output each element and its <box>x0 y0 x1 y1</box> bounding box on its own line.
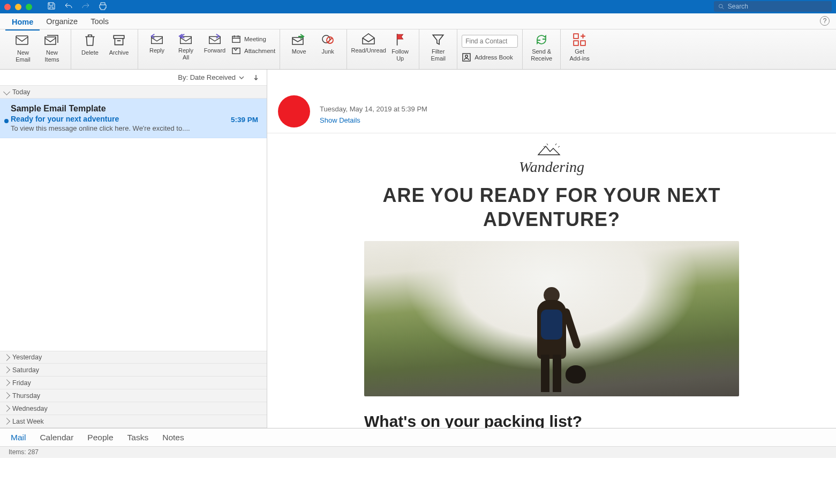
search-input[interactable] <box>728 3 827 10</box>
sync-icon <box>534 33 549 47</box>
flag-icon <box>394 33 406 47</box>
meeting-button[interactable]: Meeting <box>231 35 275 43</box>
arrow-down-icon[interactable] <box>253 74 259 81</box>
envelope-stack-icon <box>44 33 60 48</box>
read-unread-button[interactable]: Read/Unread <box>351 32 386 54</box>
group-thursday[interactable]: Thursday <box>0 389 267 402</box>
calendar-icon <box>231 35 241 43</box>
filter-email-button[interactable]: Filter Email <box>424 32 453 62</box>
svg-rect-15 <box>574 41 578 46</box>
open-envelope-icon <box>360 33 376 46</box>
chevron-right-icon <box>3 379 10 386</box>
archive-icon <box>112 33 126 48</box>
nav-notes[interactable]: Notes <box>162 433 184 442</box>
message-body[interactable]: Wandering ARE YOU READY FOR YOUR NEXT AD… <box>267 133 836 428</box>
group-wednesday[interactable]: Wednesday <box>0 402 267 415</box>
print-icon[interactable] <box>99 2 107 12</box>
help-icon[interactable]: ? <box>820 16 830 26</box>
chevron-right-icon <box>3 418 10 425</box>
show-details-link[interactable]: Show Details <box>320 116 427 124</box>
tab-organize[interactable]: Organize <box>40 15 84 28</box>
minimize-window-button[interactable] <box>15 4 21 10</box>
svg-rect-8 <box>232 48 240 54</box>
svg-rect-1 <box>16 36 28 44</box>
new-email-button[interactable]: New Email <box>9 32 37 63</box>
svg-rect-2 <box>45 37 56 44</box>
attachment-label: Attachment <box>244 48 275 54</box>
reply-all-label: Reply All <box>178 47 193 61</box>
nav-tasks[interactable]: Tasks <box>127 433 149 442</box>
forward-button[interactable]: Forward <box>200 32 229 54</box>
junk-button[interactable]: Junk <box>313 32 342 55</box>
chevron-down-icon <box>3 88 10 95</box>
search-icon <box>718 3 725 10</box>
svg-rect-16 <box>581 41 585 46</box>
brand-name: Wandering <box>267 159 836 176</box>
nav-calendar[interactable]: Calendar <box>40 433 73 442</box>
tab-home[interactable]: Home <box>5 16 40 31</box>
save-icon[interactable] <box>47 2 56 12</box>
nav-people[interactable]: People <box>87 433 113 442</box>
reply-button[interactable]: Reply <box>142 32 171 54</box>
svg-rect-14 <box>574 34 578 39</box>
reply-all-button[interactable]: Reply All <box>171 32 200 61</box>
group-last-week[interactable]: Last Week <box>0 415 267 428</box>
forward-icon <box>207 33 222 46</box>
group-saturday[interactable]: Saturday <box>0 364 267 377</box>
send-receive-button[interactable]: Send & Receive <box>527 32 556 62</box>
titlebar <box>0 0 836 13</box>
maximize-window-button[interactable] <box>26 4 32 10</box>
search-box[interactable] <box>714 1 832 12</box>
address-book-label: Address Book <box>475 54 513 61</box>
address-book-button[interactable]: Address Book <box>462 53 518 62</box>
get-addins-button[interactable]: Get Add-ins <box>565 32 594 62</box>
message-time: 5:39 PM <box>231 116 258 124</box>
move-button[interactable]: Move <box>284 32 313 55</box>
new-items-button[interactable]: New Items <box>37 32 66 63</box>
new-items-label: New Items <box>45 49 59 63</box>
sort-bar[interactable]: By: Date Received <box>0 70 267 86</box>
brand-logo: Wandering <box>267 143 836 176</box>
archive-button[interactable]: Archive <box>104 32 133 56</box>
forward-label: Forward <box>204 47 225 54</box>
nav-mail[interactable]: Mail <box>11 433 26 442</box>
chevron-right-icon <box>3 366 10 373</box>
avatar <box>278 95 310 127</box>
get-addins-label: Get Add-ins <box>570 48 590 62</box>
message-preview: To view this message online click here. … <box>11 124 256 132</box>
svg-rect-9 <box>292 37 303 44</box>
close-window-button[interactable] <box>4 4 11 10</box>
chevron-right-icon <box>3 405 10 412</box>
group-wednesday-label: Wednesday <box>12 405 48 412</box>
reply-icon <box>149 33 164 46</box>
delete-button[interactable]: Delete <box>76 32 104 56</box>
window-controls <box>4 4 32 10</box>
email-subhead: What's on your packing list? <box>364 412 739 428</box>
move-icon <box>291 33 307 47</box>
redo-icon[interactable] <box>81 2 90 12</box>
undo-icon[interactable] <box>64 2 73 12</box>
svg-rect-6 <box>209 36 221 43</box>
quick-access-toolbar <box>47 2 107 12</box>
ribbon: New Email New Items Delete Archive Reply… <box>0 29 836 70</box>
group-friday[interactable]: Friday <box>0 377 267 389</box>
content-area: By: Date Received Today Sample Email Tem… <box>0 70 836 428</box>
hero-image <box>364 241 739 396</box>
tab-tools[interactable]: Tools <box>84 15 115 28</box>
attachment-icon <box>231 47 241 55</box>
attachment-button[interactable]: Attachment <box>231 47 275 55</box>
footer-nav: Mail Calendar People Tasks Notes <box>0 428 836 446</box>
message-list-pane: By: Date Received Today Sample Email Tem… <box>0 70 267 428</box>
group-friday-label: Friday <box>12 379 31 387</box>
group-today[interactable]: Today <box>0 86 267 99</box>
junk-icon <box>321 33 335 47</box>
svg-point-13 <box>465 55 468 58</box>
svg-point-0 <box>719 4 722 8</box>
funnel-icon <box>431 33 445 47</box>
follow-up-button[interactable]: Follow Up <box>386 32 415 62</box>
message-item[interactable]: Sample Email Template Ready for your nex… <box>0 99 267 138</box>
find-contact-input[interactable] <box>462 35 518 48</box>
trash-icon <box>83 33 97 48</box>
group-yesterday[interactable]: Yesterday <box>0 351 267 364</box>
message-subject: Ready for your next adventure <box>11 115 256 123</box>
